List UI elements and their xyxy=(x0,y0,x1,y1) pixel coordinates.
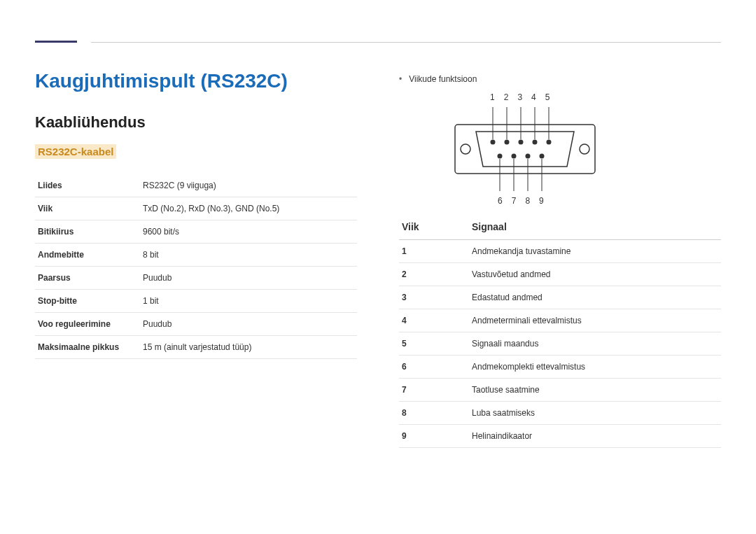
signal-pin: 8 xyxy=(399,402,469,425)
pin-function-label: Viikude funktsioon xyxy=(399,74,721,84)
signal-pin: 2 xyxy=(399,263,469,286)
spec-value: RS232C (9 viiguga) xyxy=(140,174,357,197)
spec-label: Paarsus xyxy=(35,267,140,290)
table-row: 4Andmeterminali ettevalmistus xyxy=(399,309,721,332)
pin-num: 7 xyxy=(512,196,517,206)
spec-value: TxD (No.2), RxD (No.3), GND (No.5) xyxy=(140,197,357,220)
spec-label: Viik xyxy=(35,197,140,220)
pin-num: 8 xyxy=(525,196,530,206)
spec-table: LiidesRS232C (9 viiguga) ViikTxD (No.2),… xyxy=(35,174,357,359)
table-row: LiidesRS232C (9 viiguga) xyxy=(35,174,357,197)
table-row: 1Andmekandja tuvastamine xyxy=(399,240,721,263)
table-row: ViikTxD (No.2), RxD (No.3), GND (No.5) xyxy=(35,197,357,220)
table-row: Bitikiirus9600 bit/s xyxy=(35,220,357,244)
table-row: 5Signaali maandus xyxy=(399,332,721,356)
svg-point-2 xyxy=(580,144,589,154)
right-column: Viikude funktsioon 1 2 3 4 5 xyxy=(399,70,721,448)
db9-connector-icon xyxy=(441,97,609,202)
signal-name: Helinaindikaator xyxy=(469,425,721,448)
signal-name: Andmekomplekti ettevalmistus xyxy=(469,356,721,379)
svg-point-11 xyxy=(540,154,545,159)
top-divider xyxy=(91,42,721,43)
page-title: Kaugjuhtimispult (RS232C) xyxy=(35,70,357,92)
table-row: 3Edastatud andmed xyxy=(399,286,721,309)
signal-name: Edastatud andmed xyxy=(469,286,721,309)
svg-point-8 xyxy=(498,154,503,159)
signal-name: Signaali maandus xyxy=(469,332,721,356)
signal-pin: 6 xyxy=(399,356,469,379)
signal-name: Luba saatmiseks xyxy=(469,402,721,425)
svg-point-5 xyxy=(519,140,524,145)
table-row: 7Taotluse saatmine xyxy=(399,379,721,402)
signal-name: Andmekandja tuvastamine xyxy=(469,240,721,263)
signal-pin: 5 xyxy=(399,332,469,356)
pin-num: 6 xyxy=(498,196,503,206)
signal-pin: 4 xyxy=(399,309,469,332)
signal-name: Andmeterminali ettevalmistus xyxy=(469,309,721,332)
svg-point-10 xyxy=(526,154,531,159)
signal-pin: 3 xyxy=(399,286,469,309)
signal-header-sig: Signaal xyxy=(469,216,721,240)
table-row: 8Luba saatmiseks xyxy=(399,402,721,425)
spec-value: 1 bit xyxy=(140,290,357,313)
signal-pin: 1 xyxy=(399,240,469,263)
pin-num: 2 xyxy=(504,92,509,102)
svg-point-3 xyxy=(491,140,496,145)
accent-bar xyxy=(35,41,77,43)
pin-num: 1 xyxy=(490,92,495,102)
signal-pin: 7 xyxy=(399,379,469,402)
cable-heading: RS232C-kaabel xyxy=(35,144,116,159)
svg-point-4 xyxy=(505,140,510,145)
svg-point-7 xyxy=(547,140,552,145)
table-row: PaarsusPuudub xyxy=(35,267,357,290)
signal-pin: 9 xyxy=(399,425,469,448)
pin-numbers-bottom: 6 7 8 9 xyxy=(498,196,544,206)
table-row: Stop-bitte1 bit xyxy=(35,290,357,313)
spec-label: Stop-bitte xyxy=(35,290,140,313)
svg-point-9 xyxy=(512,154,517,159)
table-row: 9Helinaindikaator xyxy=(399,425,721,448)
spec-label: Liides xyxy=(35,174,140,197)
spec-value: Puudub xyxy=(140,313,357,336)
signal-name: Vastuvõetud andmed xyxy=(469,263,721,286)
table-row: 2Vastuvõetud andmed xyxy=(399,263,721,286)
section-subtitle: Kaabliühendus xyxy=(35,113,357,132)
spec-label: Maksimaalne pikkus xyxy=(35,336,140,359)
left-column: Kaugjuhtimispult (RS232C) Kaabliühendus … xyxy=(35,70,357,448)
signal-name: Taotluse saatmine xyxy=(469,379,721,402)
pin-num: 3 xyxy=(517,92,522,102)
spec-label: Andmebitte xyxy=(35,244,140,267)
svg-point-1 xyxy=(461,144,470,154)
pin-numbers-top: 1 2 3 4 5 xyxy=(490,92,550,102)
table-row: Voo reguleeriminePuudub xyxy=(35,313,357,336)
spec-value: 8 bit xyxy=(140,244,357,267)
spec-value: 9600 bit/s xyxy=(140,220,357,244)
table-row: Andmebitte8 bit xyxy=(35,244,357,267)
connector-diagram: 1 2 3 4 5 xyxy=(441,97,609,202)
spec-label: Bitikiirus xyxy=(35,220,140,244)
pin-num: 5 xyxy=(545,92,550,102)
spec-value: 15 m (ainult varjestatud tüüp) xyxy=(140,336,357,359)
signal-table: Viik Signaal 1Andmekandja tuvastamine 2V… xyxy=(399,216,721,448)
spec-label: Voo reguleerimine xyxy=(35,313,140,336)
table-row: 6Andmekomplekti ettevalmistus xyxy=(399,356,721,379)
spec-value: Puudub xyxy=(140,267,357,290)
signal-header-pin: Viik xyxy=(399,216,469,240)
svg-point-6 xyxy=(533,140,538,145)
pin-num: 4 xyxy=(531,92,536,102)
pin-num: 9 xyxy=(539,196,544,206)
table-row: Maksimaalne pikkus15 m (ainult varjestat… xyxy=(35,336,357,359)
